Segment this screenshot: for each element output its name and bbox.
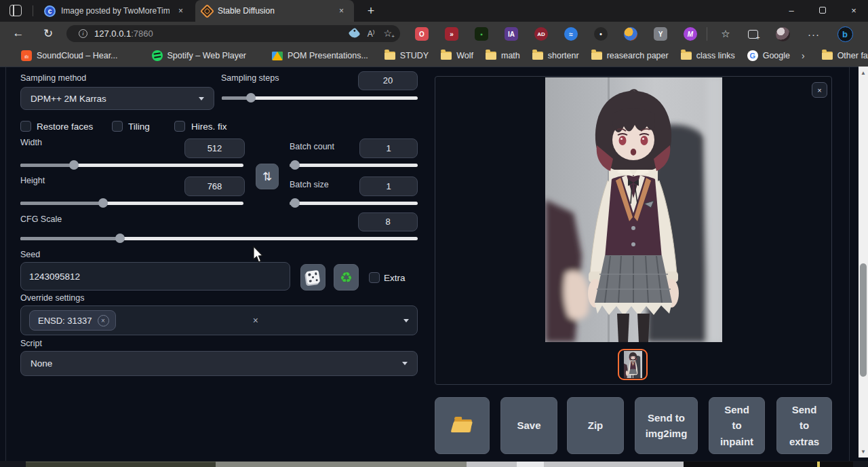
refresh-button[interactable]: ↻ xyxy=(39,25,57,41)
height-input[interactable]: 768 xyxy=(184,176,245,196)
bookmark-classlinks-folder[interactable]: class links xyxy=(675,51,741,60)
cfg-scale-slider[interactable] xyxy=(20,233,418,244)
panel-left-border xyxy=(5,67,6,461)
site-info-icon[interactable]: i xyxy=(79,29,87,38)
scroll-down-icon[interactable]: ▼ xyxy=(859,447,868,456)
url-port: :7860 xyxy=(131,29,153,39)
width-slider[interactable] xyxy=(20,160,243,170)
gallery-thumbnail-selected[interactable] xyxy=(618,349,648,380)
favorites-list-icon[interactable]: ☆ xyxy=(717,26,734,41)
settings-menu-icon[interactable]: ··· xyxy=(806,26,822,41)
window-close-button[interactable]: × xyxy=(841,0,867,20)
bookmark-research-folder[interactable]: reasearch paper xyxy=(585,51,675,60)
tab-close-icon[interactable]: × xyxy=(175,5,186,16)
generated-image[interactable] xyxy=(545,77,722,342)
bookmarks-overflow-chevron[interactable]: › xyxy=(796,50,810,61)
window-minimize-button[interactable]: – xyxy=(778,0,804,20)
extension-icon-1[interactable]: » xyxy=(445,27,458,41)
extension-icon-3[interactable]: IA xyxy=(505,27,518,41)
height-label: Height xyxy=(20,176,45,185)
bookmark-spotify[interactable]: Spotify – Web Player xyxy=(146,50,253,61)
folder-icon xyxy=(822,52,833,60)
send-to-inpaint-button[interactable]: Send to inpaint xyxy=(709,397,765,454)
extension-icon-8[interactable]: Y xyxy=(654,27,667,41)
mouse-cursor xyxy=(252,246,264,263)
extension-icon-7[interactable] xyxy=(624,27,637,41)
bookmark-google[interactable]: GGoogle xyxy=(741,50,796,61)
bookmark-other-favorites[interactable]: Other favorites xyxy=(816,51,868,60)
tab-close-icon[interactable]: × xyxy=(336,5,347,16)
cfg-scale-label: CFG Scale xyxy=(20,214,62,224)
chevron-down-icon[interactable] xyxy=(403,319,409,322)
extension-icon-9[interactable]: M xyxy=(684,27,697,41)
page-scrollbar[interactable]: ▲ ▼ xyxy=(859,67,868,457)
extra-checkbox[interactable] xyxy=(369,272,380,283)
seed-input[interactable] xyxy=(20,262,290,291)
clear-all-icon[interactable]: × xyxy=(253,315,267,326)
collections-icon[interactable] xyxy=(745,26,761,41)
back-button[interactable]: ← xyxy=(9,25,27,41)
read-aloud-icon[interactable]: A) xyxy=(368,29,375,39)
scrollbar-thumb[interactable] xyxy=(860,263,867,377)
script-dropdown[interactable]: None xyxy=(20,351,418,376)
seed-label: Seed xyxy=(20,250,40,259)
batch-size-slider[interactable] xyxy=(290,198,418,208)
gallery-close-button[interactable]: × xyxy=(812,82,827,98)
random-seed-button[interactable] xyxy=(300,264,326,291)
sampling-steps-slider[interactable] xyxy=(222,92,418,103)
slider-handle[interactable] xyxy=(290,160,300,170)
chip-remove-icon[interactable]: × xyxy=(98,315,109,326)
save-button[interactable]: Save xyxy=(500,397,557,454)
bookmark-pom[interactable]: POM Presentations... xyxy=(266,51,374,60)
sampling-method-dropdown[interactable]: DPM++ 2M Karras xyxy=(20,87,214,110)
slider-handle[interactable] xyxy=(98,198,108,208)
new-tab-button[interactable]: + xyxy=(362,3,380,19)
address-bar[interactable]: i 127.0.0.1:7860 A) ☆+ xyxy=(66,25,400,42)
profile-avatar[interactable] xyxy=(774,26,791,41)
height-slider[interactable] xyxy=(20,198,243,208)
extension-icon-2[interactable]: ▪ xyxy=(475,27,488,41)
bookmark-shortenr-folder[interactable]: shortenr xyxy=(526,51,585,60)
bookmark-soundcloud[interactable]: ılıSoundCloud – Hear... xyxy=(15,50,124,61)
zip-button[interactable]: Zip xyxy=(567,397,624,454)
extension-icon-4[interactable]: AD xyxy=(534,27,548,41)
hires-fix-checkbox[interactable] xyxy=(174,121,185,132)
batch-count-slider[interactable] xyxy=(290,160,418,170)
tab-stable-diffusion[interactable]: Stable Diffusion × xyxy=(195,0,354,22)
send-to-extras-button[interactable]: Send to extras xyxy=(776,397,832,454)
slider-handle[interactable] xyxy=(246,93,256,102)
favorite-star-icon[interactable]: ☆+ xyxy=(383,28,392,39)
override-settings-box[interactable]: ENSD: 31337 × × xyxy=(20,305,418,335)
width-input[interactable]: 512 xyxy=(184,138,245,158)
batch-size-input[interactable]: 1 xyxy=(359,176,418,196)
bookmark-math-folder[interactable]: math xyxy=(479,51,526,60)
panel-right-border xyxy=(849,67,850,461)
workspaces-icon[interactable] xyxy=(9,5,22,16)
extension-icon-5[interactable]: ≈ xyxy=(564,27,578,41)
slider-handle[interactable] xyxy=(115,234,125,243)
shopping-tag-icon[interactable] xyxy=(348,27,360,39)
sampling-steps-input[interactable]: 20 xyxy=(358,71,418,90)
scroll-up-icon[interactable]: ▲ xyxy=(859,68,868,77)
slider-handle[interactable] xyxy=(290,198,300,208)
bing-icon[interactable]: b xyxy=(837,26,853,41)
open-folder-button[interactable] xyxy=(435,397,490,454)
reuse-seed-button[interactable]: ♻ xyxy=(334,264,359,291)
slider-handle[interactable] xyxy=(69,160,79,170)
batch-count-input[interactable]: 1 xyxy=(359,138,418,158)
google-icon: G xyxy=(747,50,758,61)
swap-dimensions-button[interactable]: ⇅ xyxy=(256,164,279,189)
bookmark-wolf-folder[interactable]: Wolf xyxy=(435,51,479,60)
tiling-checkbox[interactable] xyxy=(112,121,123,132)
extension-icon-0[interactable]: O xyxy=(415,27,429,41)
window-maximize-button[interactable] xyxy=(810,0,835,20)
avatar-image xyxy=(776,27,790,41)
override-chip[interactable]: ENSD: 31337 × xyxy=(29,310,116,331)
override-settings-label: Override settings xyxy=(20,293,84,303)
tab-image-posted[interactable]: c Image posted by TwoMoreTimes × xyxy=(37,0,193,22)
send-to-img2img-button[interactable]: Send to img2img xyxy=(635,397,698,454)
extension-icon-6[interactable]: • xyxy=(594,27,608,41)
cfg-scale-input[interactable]: 8 xyxy=(358,212,418,231)
bookmark-study-folder[interactable]: STUDY xyxy=(378,51,435,60)
restore-faces-checkbox[interactable] xyxy=(20,121,31,132)
